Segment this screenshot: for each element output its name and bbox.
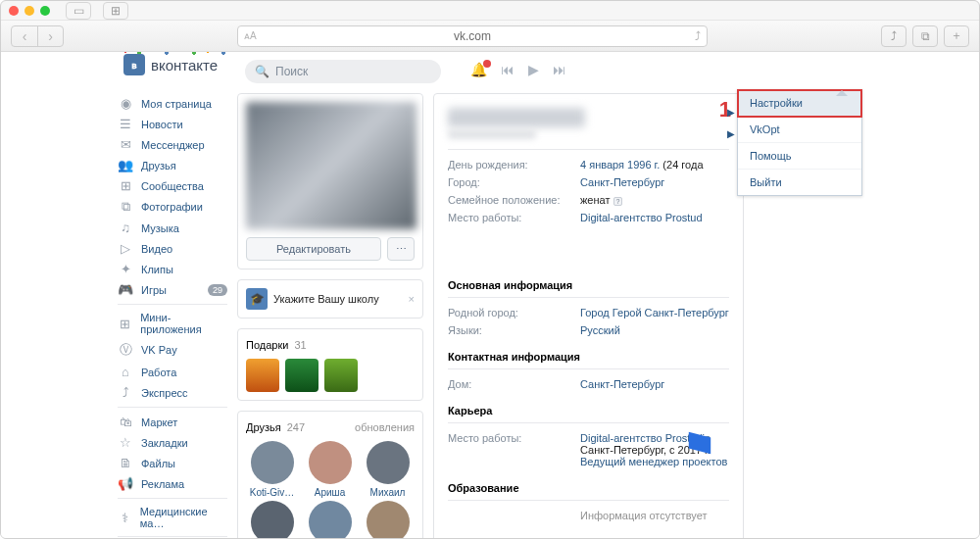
minimize-window-icon[interactable] xyxy=(24,6,34,16)
sidebar-item[interactable]: 🗎Файлы xyxy=(118,453,227,473)
friend-item[interactable]: Александр xyxy=(304,501,356,538)
sidebar-item-icon: ♫ xyxy=(118,220,133,235)
profile-status-blurred xyxy=(448,129,536,139)
sidebar-item[interactable]: 👥Друзья xyxy=(118,155,227,175)
sidebar-item-icon: ⊞ xyxy=(118,317,132,331)
gift-item[interactable] xyxy=(246,359,279,392)
sidebar-item[interactable]: 🎮Игры29 xyxy=(118,279,227,300)
page-content: ʙ вконтакте 🔍 Поиск 🔔 ⏮ ▶ ⏭ 1 ▶ ▶ Настро… xyxy=(1,52,979,538)
gifts-label[interactable]: Подарки xyxy=(246,339,288,351)
career-role-link[interactable]: Ведущий менеджер проектов xyxy=(580,456,727,467)
friend-avatar xyxy=(251,501,294,538)
sidebar-item[interactable]: ⌂Работа xyxy=(118,362,227,382)
sidebar-item-icon: ☰ xyxy=(118,117,133,131)
address-bar[interactable]: ᴀA vk.com ⤴ xyxy=(237,25,708,47)
company-logo[interactable] xyxy=(686,429,713,457)
share-icon[interactable]: ⤴ xyxy=(695,29,701,43)
friend-name: Ариша xyxy=(315,487,345,498)
friends-label[interactable]: Друзья xyxy=(246,421,281,433)
help-icon[interactable]: ? xyxy=(613,197,623,206)
reader-icon[interactable]: ᴀA xyxy=(244,30,257,41)
sidebar-item[interactable]: ✉Мессенджер xyxy=(118,134,227,155)
dropdown-item-помощь[interactable]: Помощь xyxy=(738,143,861,170)
profile-left-column: Редактировать ⋯ 🎓 Укажите Вашу школу × П… xyxy=(237,93,423,538)
info-value-link[interactable]: 4 января 1996 г. xyxy=(580,159,660,171)
back-button[interactable]: ‹ xyxy=(12,26,37,46)
sidebar-item[interactable]: ✦Клипы xyxy=(118,259,227,279)
sidebar-item[interactable]: ♫Музыка xyxy=(118,218,227,238)
info-value-link[interactable]: Санкт-Петербург xyxy=(580,176,664,188)
profile-avatar[interactable] xyxy=(246,102,416,229)
gift-item[interactable] xyxy=(324,359,358,392)
vk-logo[interactable]: ʙ вконтакте xyxy=(123,54,218,75)
sidebar-item-label: Файлы xyxy=(141,458,175,469)
sidebar-item-label: Музыка xyxy=(141,222,179,234)
zoom-window-icon[interactable] xyxy=(40,6,50,16)
sidebar-item-icon: ☆ xyxy=(118,435,133,450)
more-actions-button[interactable]: ⋯ xyxy=(387,237,415,261)
nav-buttons: ‹ › xyxy=(11,25,64,47)
info-value-link[interactable]: Digital-агентство Prostud xyxy=(580,212,703,223)
sidebar-item[interactable]: ☰Новости xyxy=(118,114,227,134)
sidebar-item[interactable]: ⊞Мини-приложения xyxy=(118,309,227,338)
main-info-table: Родной город:Город Герой Санкт-Петербург… xyxy=(448,304,729,339)
notifications-icon[interactable]: 🔔 xyxy=(470,62,487,77)
share-button[interactable]: ⤴ xyxy=(881,25,906,47)
friend-item[interactable]: Александр xyxy=(246,501,298,538)
sidebar-item[interactable]: ⓋVK Pay xyxy=(118,338,227,362)
close-window-icon[interactable] xyxy=(9,6,19,16)
sidebar-item[interactable]: ⧉Фотографии xyxy=(118,196,227,218)
friend-avatar xyxy=(309,441,352,484)
info-value-link[interactable]: Город Герой Санкт-Петербург xyxy=(580,307,729,318)
gift-item[interactable] xyxy=(285,359,318,392)
section-career: Карьера xyxy=(448,401,729,416)
friend-item[interactable]: Виктория xyxy=(362,501,414,538)
education-table: Информация отсутствует xyxy=(448,507,729,524)
sidebar-item[interactable]: 🛍Маркет xyxy=(118,412,227,432)
sidebar-left-icon[interactable]: ▭ xyxy=(67,3,90,19)
friends-updates-link[interactable]: обновления xyxy=(355,421,415,433)
friend-name: Михаил xyxy=(370,487,406,498)
sidebar-item-label: Маркет xyxy=(141,416,177,428)
player-play-icon[interactable]: ▶ xyxy=(528,62,539,77)
friend-item[interactable]: Ариша xyxy=(304,441,356,498)
sidebar-item-label: Друзья xyxy=(141,160,176,172)
sidebar-item[interactable]: ◉Моя страница xyxy=(118,93,227,114)
search-icon: 🔍 xyxy=(255,65,270,78)
sidebar-item-label: Новости xyxy=(141,119,183,130)
gifts-count: 31 xyxy=(294,339,306,351)
dropdown-item-vkopt[interactable]: VkOpt xyxy=(738,117,861,143)
sidebar-item[interactable]: 📢Реклама xyxy=(118,473,227,494)
tabs-button[interactable]: ⧉ xyxy=(912,25,938,47)
sidebar-item[interactable]: ▷Видео xyxy=(118,238,227,259)
sidebar-item[interactable]: ⤴Экспресс xyxy=(118,382,227,403)
avatar-card: Редактировать ⋯ xyxy=(237,93,423,270)
sidebar-item-label: Мини-приложения xyxy=(140,312,227,335)
sidebar-toggle-group: ▭ xyxy=(66,2,91,20)
school-prompt-text: Укажите Вашу школу xyxy=(273,293,379,305)
sidebar-item-label: Видео xyxy=(141,243,172,255)
sidebar-item[interactable]: ⊞Сообщества xyxy=(118,175,227,196)
info-key: День рождения: xyxy=(448,156,580,173)
info-value-link[interactable]: Русский xyxy=(580,324,620,336)
section-education: Образование xyxy=(448,478,729,494)
player-next-icon[interactable]: ⏭ xyxy=(553,62,566,77)
tabs-overview-button[interactable]: ⊞ xyxy=(103,2,128,20)
friend-item[interactable]: Koti-Giv… xyxy=(246,441,298,498)
close-icon[interactable]: × xyxy=(409,293,415,305)
edit-profile-button[interactable]: Редактировать xyxy=(246,237,381,261)
safari-window: ▭ ⊞ ‹ › ᴀA vk.com ⤴ ⤴ ⧉ ＋ ʙ xyxy=(0,0,980,539)
search-input[interactable]: 🔍 Поиск xyxy=(245,60,441,83)
new-tab-button[interactable]: ＋ xyxy=(944,25,969,47)
player-prev-icon[interactable]: ⏮ xyxy=(501,62,514,77)
school-prompt-card[interactable]: 🎓 Укажите Вашу школу × xyxy=(237,279,423,318)
dropdown-item-выйти[interactable]: Выйти xyxy=(738,170,861,195)
sidebar-item-icon: ⧉ xyxy=(118,199,133,215)
info-value-link[interactable]: Санкт-Петербург xyxy=(580,378,664,390)
dropdown-item-настройки[interactable]: Настройки xyxy=(738,90,861,117)
sidebar-item-label: Сообщества xyxy=(141,180,204,192)
sidebar-item[interactable]: ☆Закладки xyxy=(118,432,227,453)
friend-item[interactable]: Михаил xyxy=(362,441,414,498)
sidebar-item[interactable]: ⚕Медицинские ма… xyxy=(118,503,227,532)
forward-button[interactable]: › xyxy=(37,26,63,46)
